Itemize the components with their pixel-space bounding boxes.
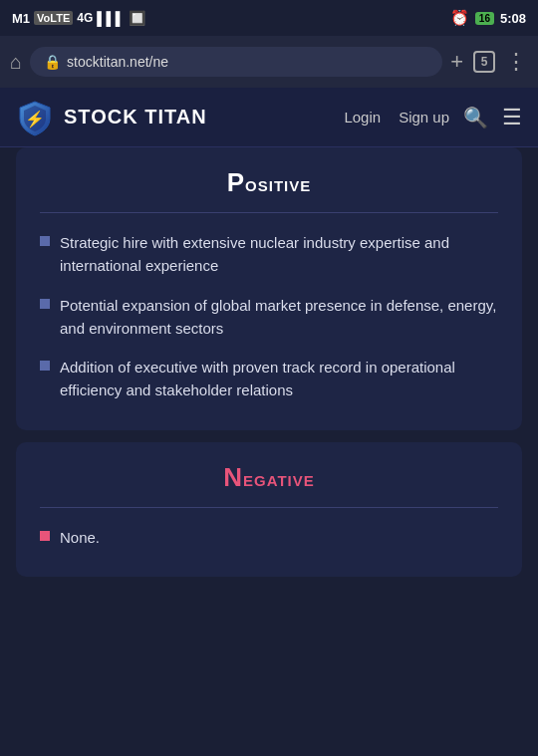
nav-icons: 🔍 ☰ [463, 105, 522, 130]
list-item: None. [40, 526, 498, 549]
nav-links: Login Sign up [344, 109, 449, 126]
negative-title: Negative [40, 462, 498, 493]
bullet-text: Potential expansion of global market pre… [60, 294, 498, 341]
list-item: Addition of executive with proven track … [40, 356, 498, 402]
new-tab-icon[interactable]: + [450, 49, 463, 75]
positive-title: Positive [40, 167, 498, 198]
status-right: ⏰ 16 5:08 [450, 9, 526, 27]
logo-shield-icon: ⚡ [16, 99, 54, 136]
positive-bullet-list: Strategic hire with extensive nuclear in… [40, 231, 498, 402]
volte-label: VoLTE [34, 11, 73, 25]
signup-link[interactable]: Sign up [399, 109, 449, 126]
login-link[interactable]: Login [344, 109, 381, 126]
bullet-icon [40, 361, 50, 371]
browser-bar: ⌂ 🔒 stocktitan.net/ne + 5 ⋮ [0, 36, 538, 88]
nav-bar: ⚡ STOCK TITAN Login Sign up 🔍 ☰ [0, 88, 538, 147]
menu-hamburger-icon[interactable]: ☰ [502, 105, 522, 130]
bullet-text: Strategic hire with extensive nuclear in… [60, 231, 498, 278]
search-icon[interactable]: 🔍 [463, 106, 488, 129]
list-item: Strategic hire with extensive nuclear in… [40, 231, 498, 278]
logo-text: STOCK TITAN [64, 106, 207, 128]
url-text: stocktitan.net/ne [67, 54, 168, 70]
content: Positive Strategic hire with extensive n… [0, 147, 538, 577]
status-left: M1 VoLTE 4G ▌▌▌ 🔲 [12, 10, 145, 26]
network-type: 4G [77, 11, 93, 25]
bullet-icon [40, 531, 50, 541]
battery-icon: 16 [475, 12, 494, 25]
browser-actions: + 5 ⋮ [450, 49, 528, 75]
tab-count-button[interactable]: 5 [473, 51, 495, 73]
sim-icon: 🔲 [129, 10, 145, 26]
alarm-icon: ⏰ [450, 9, 469, 27]
logo-area: ⚡ STOCK TITAN [16, 99, 344, 136]
negative-section: Negative None. [16, 442, 522, 577]
list-item: Potential expansion of global market pre… [40, 294, 498, 341]
carrier-label: M1 [12, 11, 30, 26]
home-icon[interactable]: ⌂ [10, 51, 22, 74]
url-bar[interactable]: 🔒 stocktitan.net/ne [30, 47, 442, 77]
bullet-text: None. [60, 526, 100, 549]
negative-divider [40, 507, 498, 508]
signal-bars-icon: ▌▌▌ [97, 11, 125, 26]
negative-bullet-list: None. [40, 526, 498, 549]
positive-divider [40, 212, 498, 213]
site-identity-icon: 🔒 [44, 54, 61, 70]
bullet-icon [40, 236, 50, 246]
positive-section: Positive Strategic hire with extensive n… [16, 147, 522, 430]
bullet-icon [40, 299, 50, 309]
bullet-text: Addition of executive with proven track … [60, 356, 498, 402]
status-bar: M1 VoLTE 4G ▌▌▌ 🔲 ⏰ 16 5:08 [0, 0, 538, 36]
time-label: 5:08 [500, 11, 526, 26]
svg-text:⚡: ⚡ [25, 110, 45, 128]
menu-icon[interactable]: ⋮ [505, 49, 528, 75]
